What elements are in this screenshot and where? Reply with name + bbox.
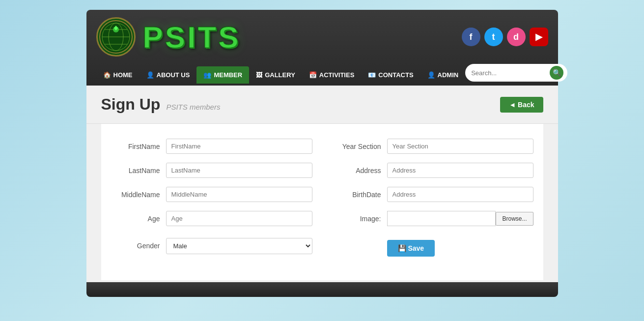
nav-activities[interactable]: 📅 ACTIVITIES: [302, 66, 362, 84]
nav-items-list: 🏠 HOME 👤 ABOUT US 👥 MEMBER 🖼 GALLERY 📅 A…: [96, 66, 466, 84]
address-label: Address: [332, 167, 381, 175]
navbar: 🏠 HOME 👤 ABOUT US 👥 MEMBER 🖼 GALLERY 📅 A…: [96, 64, 548, 86]
birthdate-label: BirthDate: [332, 191, 381, 199]
image-label: Image:: [332, 215, 381, 223]
file-path-display: [387, 211, 496, 226]
twitter-icon[interactable]: t: [484, 28, 503, 46]
form-row-5: Gender Male Female 💾 Save: [111, 235, 533, 257]
search-input[interactable]: [471, 69, 550, 77]
nav-contacts[interactable]: 📧 CONTACTS: [361, 66, 420, 84]
birthdate-input[interactable]: [387, 187, 533, 202]
main-content: Sign Up PSITS members ◄ Back FirstName Y…: [86, 86, 558, 282]
form-row-1: FirstName Year Section: [111, 139, 533, 154]
youtube-icon[interactable]: ▶: [530, 28, 548, 46]
lastname-group: LastName: [111, 163, 312, 178]
firstname-group: FirstName: [111, 139, 312, 154]
social-icons-group: f t d ▶: [462, 28, 548, 46]
save-group: 💾 Save: [332, 235, 533, 257]
site-header: PSITS f t d ▶ 🏠 HOME 👤 ABOUT US 👥 MEMBER…: [86, 10, 558, 86]
signup-title-section: Sign Up PSITS members: [101, 95, 221, 114]
nav-about[interactable]: 👤 ABOUT US: [140, 66, 197, 84]
site-title-text: PSITS: [143, 20, 241, 55]
site-logo: [96, 17, 136, 57]
signup-subtitle: PSITS members: [166, 103, 220, 111]
signup-title: Sign Up: [101, 95, 161, 114]
gender-select[interactable]: Male Female: [166, 238, 312, 254]
dribbble-icon[interactable]: d: [507, 28, 526, 46]
yearsection-input[interactable]: [387, 139, 533, 154]
save-button[interactable]: 💾 Save: [387, 240, 435, 257]
nav-member[interactable]: 👥 MEMBER: [196, 66, 249, 84]
image-group: Image: Browse...: [332, 211, 533, 226]
birthdate-group: BirthDate: [332, 187, 533, 202]
logo-section: PSITS: [96, 17, 241, 57]
save-row: 💾 Save: [387, 240, 435, 257]
gender-group: Gender Male Female: [111, 235, 312, 257]
middlename-group: MiddleName: [111, 187, 312, 202]
gender-label: Gender: [111, 242, 160, 250]
facebook-icon[interactable]: f: [462, 28, 480, 46]
form-row-3: MiddleName BirthDate: [111, 187, 533, 202]
yearsection-label: Year Section: [332, 143, 381, 150]
search-box: 🔍: [465, 64, 567, 82]
file-input-wrapper: Browse...: [387, 211, 533, 226]
signup-header: Sign Up PSITS members ◄ Back: [86, 86, 558, 124]
browse-button[interactable]: Browse...: [496, 212, 533, 226]
nav-admin[interactable]: 👤 ADMIN: [420, 66, 466, 84]
firstname-label: FirstName: [111, 143, 160, 150]
age-label: Age: [111, 215, 160, 223]
form-row-2: LastName Address: [111, 163, 533, 178]
search-button[interactable]: 🔍: [550, 66, 563, 80]
middlename-input[interactable]: [166, 187, 312, 202]
lastname-input[interactable]: [166, 163, 312, 178]
middlename-label: MiddleName: [111, 191, 160, 199]
firstname-input[interactable]: [166, 139, 312, 154]
address-input[interactable]: [387, 163, 533, 178]
signup-form: FirstName Year Section LastName Address: [101, 124, 543, 280]
back-button[interactable]: ◄ Back: [500, 97, 543, 113]
age-group: Age: [111, 211, 312, 226]
nav-home[interactable]: 🏠 HOME: [96, 66, 140, 84]
address-group: Address: [332, 163, 533, 178]
form-row-4: Age Image: Browse...: [111, 211, 533, 226]
age-input[interactable]: [166, 211, 312, 226]
lastname-label: LastName: [111, 167, 160, 175]
nav-gallery[interactable]: 🖼 GALLERY: [249, 66, 302, 84]
footer-bar: [86, 282, 558, 297]
yearsection-group: Year Section: [332, 139, 533, 154]
